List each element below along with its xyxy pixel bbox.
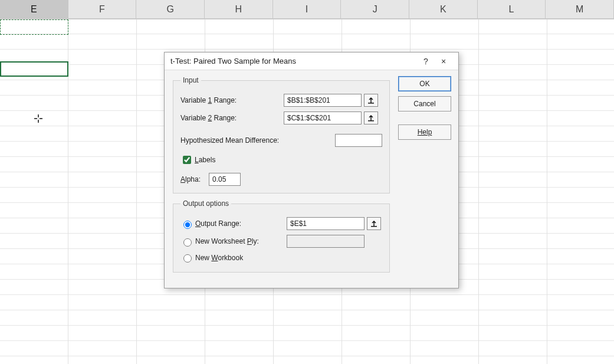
ttest-dialog: t-Test: Paired Two Sample for Means ? × … (164, 52, 459, 288)
refedit-arrow-icon (367, 114, 375, 122)
svg-rect-0 (368, 103, 374, 104)
var2-refedit-button[interactable] (364, 112, 378, 124)
refedit-arrow-icon (367, 97, 375, 104)
active-cell[interactable] (0, 61, 68, 77)
new-workbook-radio[interactable] (183, 254, 192, 263)
new-worksheet-label: New Worksheet Ply: (195, 237, 287, 245)
col-header-L[interactable]: L (478, 0, 546, 19)
marquee-selection (0, 19, 68, 35)
input-group: Input Variable 1 Range: V (173, 76, 390, 194)
col-header-F[interactable]: F (68, 0, 137, 19)
col-header-J[interactable]: J (341, 0, 409, 19)
col-header-G[interactable]: G (136, 0, 205, 19)
alpha-label: Alpha: (180, 175, 209, 183)
var1-refedit-button[interactable] (364, 94, 378, 107)
output-range-input[interactable] (287, 217, 365, 230)
var2-label: Variable 2 Range: (180, 114, 284, 122)
var2-range-input[interactable] (284, 112, 362, 124)
new-worksheet-input (287, 235, 365, 248)
col-header-K[interactable]: K (409, 0, 478, 19)
labels-checkbox[interactable] (183, 156, 191, 164)
new-workbook-label: New Workbook (195, 254, 243, 262)
var1-range-input[interactable] (284, 94, 362, 107)
output-refedit-button[interactable] (367, 217, 381, 230)
col-header-I[interactable]: I (273, 0, 342, 19)
dialog-title: t-Test: Paired Two Sample for Means (170, 57, 417, 65)
help-button[interactable]: Help (398, 124, 451, 140)
output-legend: Output options (180, 199, 231, 208)
labels-label: Labels (195, 156, 215, 164)
svg-rect-1 (368, 120, 374, 122)
output-group: Output options Output Range: (173, 199, 390, 273)
alpha-input[interactable] (209, 173, 241, 186)
col-header-H[interactable]: H (205, 0, 273, 19)
var1-label: Variable 1 Range: (180, 96, 284, 104)
dialog-titlebar[interactable]: t-Test: Paired Two Sample for Means ? × (165, 53, 458, 70)
cancel-button[interactable]: Cancel (398, 96, 451, 112)
col-header-E[interactable]: E (0, 0, 68, 19)
col-header-M[interactable]: M (546, 0, 614, 19)
new-worksheet-radio[interactable] (183, 238, 192, 247)
input-legend: Input (180, 76, 201, 84)
hypo-label: Hypothesized Mean Difference: (180, 136, 316, 145)
hypo-diff-input[interactable] (335, 134, 382, 147)
output-range-label: Output Range: (195, 219, 287, 228)
svg-rect-2 (371, 226, 377, 227)
output-range-radio[interactable] (183, 221, 192, 229)
column-header-row: E F G H I J K L M (0, 0, 614, 19)
dialog-close-button[interactable]: × (435, 54, 452, 68)
dialog-help-button[interactable]: ? (417, 54, 435, 68)
refedit-arrow-icon (370, 220, 377, 227)
ok-button[interactable]: OK (398, 76, 451, 91)
